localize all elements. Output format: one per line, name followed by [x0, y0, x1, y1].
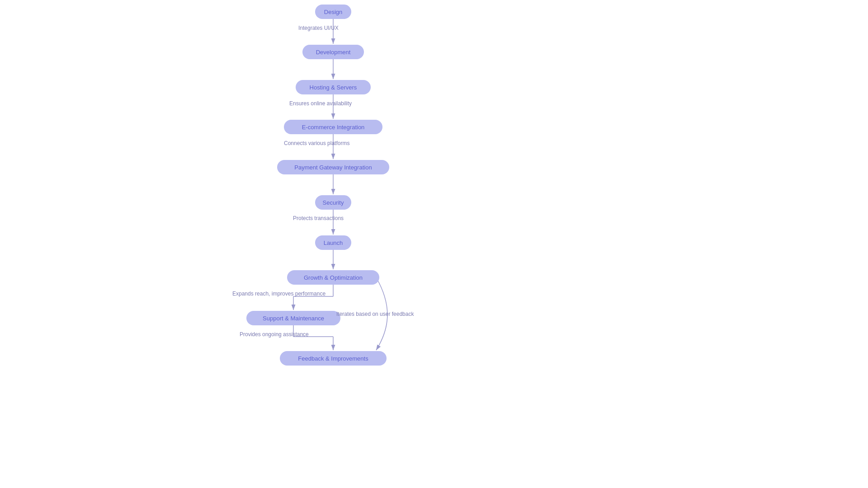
node-development[interactable]: Development [302, 45, 364, 59]
label-provides: Provides ongoing assistance [240, 331, 309, 338]
flow-diagram-svg [0, 0, 868, 488]
label-expands: Expands reach, improves performance [232, 291, 326, 297]
node-design[interactable]: Design [315, 5, 351, 19]
node-support[interactable]: Support & Maintenance [246, 311, 340, 325]
label-connects: Connects various platforms [284, 140, 349, 146]
node-growth[interactable]: Growth & Optimization [287, 270, 379, 285]
label-integrates: Integrates UI/UX [298, 25, 339, 31]
node-feedback[interactable]: Feedback & Improvements [280, 351, 387, 366]
node-ecommerce[interactable]: E-commerce Integration [284, 120, 382, 134]
node-launch[interactable]: Launch [315, 235, 351, 250]
node-payment[interactable]: Payment Gateway Integration [277, 160, 389, 174]
diagram-container: Design Integrates UI/UX Development Host… [0, 0, 868, 488]
node-security[interactable]: Security [315, 195, 351, 210]
label-protects: Protects transactions [293, 215, 344, 221]
label-iterates: Iterates based on user feedback [336, 311, 414, 317]
node-hosting[interactable]: Hosting & Servers [296, 80, 371, 94]
label-ensures: Ensures online availability [289, 100, 352, 107]
